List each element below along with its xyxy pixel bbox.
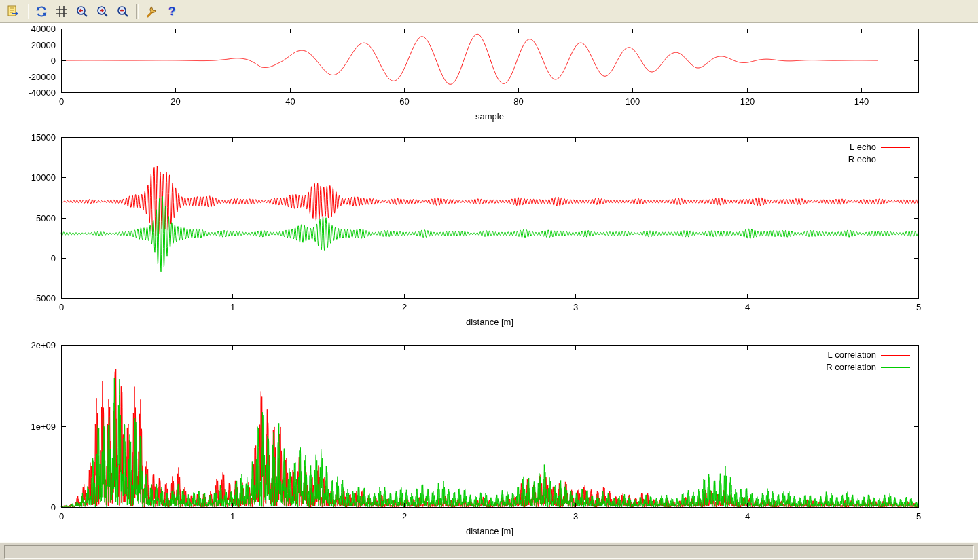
grid-icon [55, 5, 69, 18]
echo-chart[interactable] [0, 125, 978, 333]
copy-to-clipboard-icon [6, 5, 20, 18]
toolbar: ? [0, 0, 978, 23]
toolbar-separator [26, 4, 29, 19]
zoom-previous-icon [75, 5, 89, 18]
autoscale-icon [116, 5, 130, 18]
configure-button[interactable] [142, 3, 161, 20]
zoom-next-icon [96, 5, 109, 18]
help-icon: ? [168, 5, 175, 18]
zoom-previous-button[interactable] [73, 3, 92, 20]
plot-area [0, 23, 978, 542]
excitation-pulse-chart[interactable] [0, 23, 978, 125]
autoscale-button[interactable] [113, 3, 132, 20]
status-field [4, 545, 974, 559]
correlation-chart[interactable] [0, 333, 978, 542]
wrench-icon [145, 5, 158, 18]
status-bar [0, 542, 978, 560]
replot-icon [35, 5, 48, 18]
copy-to-clipboard-button[interactable] [3, 3, 22, 20]
gnuplot-window: ? [0, 0, 978, 560]
help-button[interactable]: ? [162, 3, 181, 20]
replot-button[interactable] [32, 3, 51, 20]
zoom-next-button[interactable] [93, 3, 112, 20]
toolbar-separator [136, 4, 139, 19]
grid-button[interactable] [52, 3, 71, 20]
